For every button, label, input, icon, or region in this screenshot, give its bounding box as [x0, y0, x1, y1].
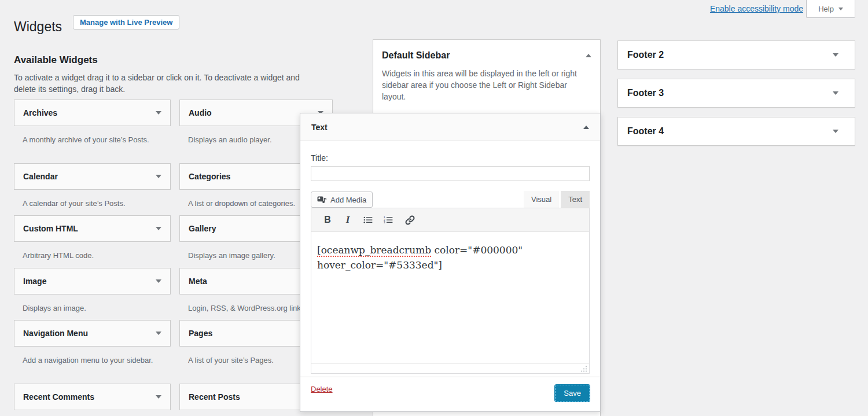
link-icon — [404, 215, 415, 226]
widget-card-calendar: Calendar A calendar of your site’s Posts… — [14, 163, 171, 209]
manage-live-preview-button[interactable]: Manage with Live Preview — [73, 15, 179, 30]
editor-frame: B I — [311, 208, 590, 374]
widget-description: Add a navigation menu to your sidebar. — [14, 347, 171, 366]
widget-title: Audio — [189, 108, 212, 117]
save-button[interactable]: Save — [555, 385, 590, 402]
widget-card-title-bar[interactable]: Custom HTML — [14, 215, 171, 242]
widget-text-content[interactable]: [oceanwp_breadcrumb color="#000000" hove… — [311, 232, 589, 363]
text-widget-body: Title: Add Media Visual Text — [300, 153, 600, 374]
available-widgets-description: To activate a widget drag it to a sideba… — [14, 72, 303, 95]
help-label: Help — [818, 5, 834, 13]
editor-top-row: Add Media Visual Text — [311, 191, 590, 208]
italic-button[interactable]: I — [343, 214, 352, 226]
widget-title: Recent Comments — [23, 392, 94, 402]
italic-icon: I — [346, 214, 350, 226]
chevron-up-icon[interactable] — [586, 54, 591, 57]
chevron-down-icon[interactable] — [156, 227, 161, 230]
sidebar-header[interactable]: Default Sidebar — [373, 40, 600, 61]
sidebar-name: Default Sidebar — [382, 50, 450, 61]
svg-text:3: 3 — [384, 221, 385, 224]
widget-card-archives: Archives A monthly archive of your site’… — [14, 100, 171, 146]
sidebar-name: Footer 3 — [627, 88, 664, 98]
text-widget-header[interactable]: Text — [300, 113, 600, 141]
tab-visual[interactable]: Visual — [524, 191, 559, 208]
chevron-down-icon[interactable] — [156, 279, 161, 283]
text-widget-editor: Text Title: Add Media Visual Text — [300, 113, 601, 412]
tab-text[interactable]: Text — [561, 191, 590, 208]
widget-actions: Delete Save — [300, 377, 600, 402]
link-button[interactable] — [404, 215, 415, 226]
sidebar-footer-2-panel[interactable]: Footer 2 — [617, 41, 855, 69]
widget-card-title-bar[interactable]: Image — [14, 268, 171, 294]
widget-title: Meta — [189, 277, 207, 286]
content-line: [oceanwp_breadcrumb color="#000000" — [317, 242, 582, 257]
sidebar-description: Widgets in this area will be displayed i… — [373, 61, 600, 102]
content-text: color="#000000" — [431, 244, 523, 256]
text-widget-title: Text — [311, 123, 328, 132]
add-media-button[interactable]: Add Media — [311, 192, 373, 208]
widget-card-custom-html: Custom HTML Arbitrary HTML code. — [14, 215, 171, 262]
widget-card-image: Image Displays an image. — [14, 268, 171, 314]
sidebar-footer-4-panel[interactable]: Footer 4 — [617, 117, 855, 146]
chevron-down-icon[interactable] — [833, 91, 838, 95]
add-media-icon — [317, 196, 327, 204]
widget-card-title-bar[interactable]: Navigation Menu — [14, 320, 171, 347]
chevron-down-icon[interactable] — [156, 111, 161, 115]
bulleted-list-icon — [363, 215, 373, 224]
editor-mode-tabs: Visual Text — [524, 191, 590, 208]
add-media-label: Add Media — [330, 196, 366, 204]
widget-title: Recent Posts — [189, 392, 240, 402]
chevron-up-icon[interactable] — [583, 126, 589, 129]
widget-title: Calendar — [23, 172, 58, 181]
title-input[interactable] — [311, 166, 590, 181]
bulleted-list-button[interactable] — [363, 215, 373, 224]
widget-card-recent-comments: Recent Comments — [14, 384, 171, 410]
numbered-list-icon: 1 2 3 — [384, 215, 393, 224]
widget-card-title-bar[interactable]: Archives — [14, 100, 171, 126]
help-button[interactable]: Help — [806, 0, 855, 18]
widget-description: Arbitrary HTML code. — [14, 242, 171, 262]
sidebar-name: Footer 4 — [627, 126, 664, 137]
widget-card-title-bar[interactable]: Recent Comments — [14, 384, 171, 410]
widget-title: Gallery — [189, 224, 216, 233]
chevron-down-icon[interactable] — [156, 332, 161, 335]
numbered-list-button[interactable]: 1 2 3 — [384, 215, 393, 224]
widget-card-navigation-menu: Navigation Menu Add a navigation menu to… — [14, 320, 171, 366]
widget-title: Navigation Menu — [23, 329, 88, 338]
widget-card-title-bar[interactable]: Calendar — [14, 163, 171, 190]
textarea-resize-strip — [311, 363, 589, 373]
widget-title: Archives — [23, 108, 57, 117]
enable-accessibility-link[interactable]: Enable accessibility mode — [710, 4, 803, 13]
delete-link[interactable]: Delete — [311, 385, 333, 393]
resize-grip-icon[interactable] — [580, 365, 587, 372]
widget-title: Categories — [189, 172, 230, 181]
bold-button[interactable]: B — [323, 215, 332, 225]
widget-title: Pages — [189, 329, 212, 338]
widgets-admin-page: Widgets Manage with Live Preview Enable … — [0, 0, 868, 416]
chevron-down-icon[interactable] — [833, 53, 838, 57]
bold-icon: B — [324, 215, 331, 225]
sidebar-footer-3-panel[interactable]: Footer 3 — [617, 79, 855, 108]
chevron-down-icon[interactable] — [833, 130, 838, 133]
editor-toolbar: B I — [311, 208, 589, 232]
chevron-down-icon[interactable] — [156, 395, 161, 399]
title-field-label: Title: — [311, 153, 590, 163]
chevron-down-icon — [838, 8, 843, 10]
chevron-down-icon[interactable] — [156, 175, 161, 178]
widget-description: A monthly archive of your site’s Posts. — [14, 126, 171, 146]
page-title: Widgets — [14, 19, 62, 35]
misspelled-word: [oceanwp_breadcrumb — [317, 244, 431, 257]
widget-description: Displays an image. — [14, 294, 171, 314]
content-line: hover_color="#5333ed"] — [317, 257, 582, 273]
available-widgets-heading: Available Widgets — [14, 54, 98, 66]
widget-title: Image — [23, 277, 46, 286]
widget-description: A calendar of your site’s Posts. — [14, 190, 171, 209]
widget-title: Custom HTML — [23, 224, 78, 233]
sidebar-name: Footer 2 — [627, 50, 664, 60]
